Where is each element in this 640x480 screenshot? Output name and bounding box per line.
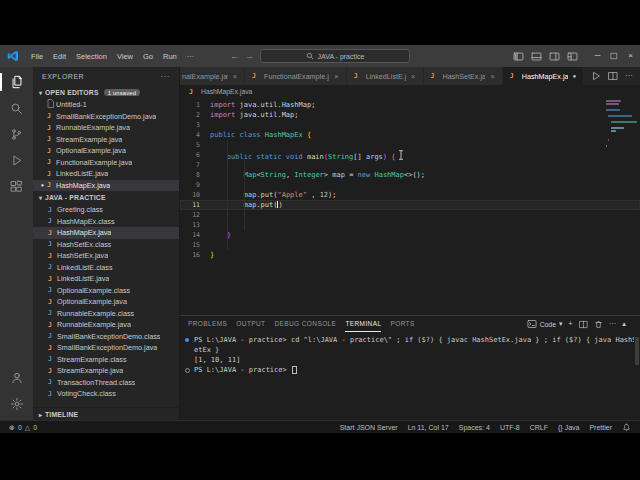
open-editor-item[interactable]: JOptionalExample.java <box>33 145 179 157</box>
close-icon[interactable]: × <box>490 72 494 81</box>
code-line[interactable]: 5 <box>180 140 640 150</box>
code-line[interactable]: 6 public static void main(String[] args)… <box>180 150 640 160</box>
open-editor-item[interactable]: ●JHashMapEx.java <box>33 180 179 192</box>
editor-tab[interactable]: JLinkedListE.jav× <box>347 67 424 85</box>
code-line[interactable]: 2import java.util.Map; <box>180 110 640 120</box>
new-terminal-icon[interactable]: + <box>568 320 572 328</box>
run-icon[interactable] <box>591 71 601 81</box>
file-tree-item[interactable]: JOptionalExample.java <box>33 296 179 308</box>
open-editor-item[interactable]: JSmallBankExceptionDemo.java <box>33 111 179 123</box>
status-item[interactable]: Spaces: 4 <box>459 424 490 431</box>
activity-settings[interactable] <box>0 391 33 417</box>
status-item[interactable]: CRLF <box>530 424 548 431</box>
close-icon[interactable]: × <box>334 72 338 81</box>
file-tree-item[interactable]: JOptionalExample.class <box>33 285 179 297</box>
file-tree-item[interactable]: JTransactionThread.class <box>33 377 179 389</box>
code-line[interactable]: 12 <box>180 210 640 220</box>
open-editor-item[interactable]: JFunctionalExample.java <box>33 157 179 169</box>
editor-tab[interactable]: JFunctionalExample.java× <box>245 67 347 85</box>
project-folder-header[interactable]: ▾ JAVA - PRACTICE <box>33 191 179 204</box>
forward-icon[interactable]: → <box>245 52 254 61</box>
code-line[interactable]: 15 <box>180 240 640 250</box>
close-icon[interactable]: × <box>628 52 633 60</box>
open-editor-item[interactable]: Untitled-1 <box>33 99 179 111</box>
bell-icon[interactable] <box>622 423 631 432</box>
maximize-icon[interactable] <box>610 52 618 60</box>
panel-tab-problems[interactable]: PROBLEMS <box>188 316 227 332</box>
status-item[interactable]: Prettier <box>589 424 612 431</box>
activity-search[interactable] <box>0 95 33 121</box>
code-line[interactable]: 3 <box>180 120 640 130</box>
code-line[interactable]: 7 <box>180 160 640 170</box>
close-icon[interactable]: × <box>411 72 415 81</box>
problems-status[interactable]: ⊗ 0 △ 0 <box>9 424 37 431</box>
file-tree-item[interactable]: JSmallBankExceptionDemo.java <box>33 342 179 354</box>
kill-terminal-icon[interactable] <box>594 320 603 329</box>
open-editor-item[interactable]: JRunnableExample.java <box>33 122 179 134</box>
activity-run-debug[interactable] <box>0 147 33 173</box>
toggle-secondary-sidebar-icon[interactable] <box>549 51 560 62</box>
menu-item[interactable]: Run <box>158 52 182 61</box>
minimap[interactable] <box>606 100 638 148</box>
panel-tab-terminal[interactable]: TERMINAL <box>345 316 381 332</box>
toggle-sidebar-icon[interactable] <box>513 51 524 62</box>
file-tree-item[interactable]: JRunnableExample.java <box>33 319 179 331</box>
toggle-panel-icon[interactable] <box>531 51 542 62</box>
file-tree-item[interactable]: JVotingCheck.class <box>33 388 179 400</box>
menu-item[interactable]: ··· <box>182 52 200 61</box>
back-icon[interactable]: ← <box>230 52 239 61</box>
customize-layout-icon[interactable] <box>567 51 578 62</box>
code-line[interactable]: 11 map.put() <box>180 200 640 210</box>
editor-tab[interactable]: JHashMapEx.java● <box>503 67 584 85</box>
file-tree-item[interactable]: JSmallBankExceptionDemo.class <box>33 331 179 343</box>
file-tree-item[interactable]: JHashMapEx.class <box>33 216 179 228</box>
editor-tab[interactable]: nalExample.java× <box>180 67 245 85</box>
menu-item[interactable]: Edit <box>48 52 71 61</box>
menu-item[interactable]: Go <box>138 52 158 61</box>
terminal-scrollbar[interactable] <box>635 337 639 365</box>
terminal-shell-selector[interactable]: Code▾ <box>527 319 563 329</box>
maximize-panel-icon[interactable]: ▴ <box>622 320 626 328</box>
code-line[interactable]: 16} <box>180 250 640 260</box>
menu-item[interactable]: Selection <box>71 52 112 61</box>
file-tree-item[interactable]: JGreeting.class <box>33 204 179 216</box>
open-editors-header[interactable]: ▾ OPEN EDITORS 1 unsaved <box>33 86 179 99</box>
panel-tab-ports[interactable]: PORTS <box>390 316 414 332</box>
editor-tab[interactable]: JHashSetEx.java× <box>424 67 503 85</box>
status-item[interactable]: {} Java <box>558 424 579 431</box>
file-tree-item[interactable]: JHashSetEx.class <box>33 239 179 251</box>
code-line[interactable]: 1import java.util.HashMap; <box>180 100 640 110</box>
code-line[interactable]: 4public class HashMapEx { <box>180 130 640 140</box>
code-line[interactable]: 13 <box>180 220 640 230</box>
split-terminal-icon[interactable] <box>579 320 588 329</box>
file-tree-item[interactable]: JStreamExample.class <box>33 354 179 366</box>
file-tree-item[interactable]: JLinkedListE.java <box>33 273 179 285</box>
more-icon[interactable]: ··· <box>609 320 617 328</box>
activity-extensions[interactable] <box>0 173 33 199</box>
more-icon[interactable]: ··· <box>625 72 633 80</box>
file-tree-item[interactable]: JRunnableExample.class <box>33 308 179 320</box>
code-line[interactable]: 8 Map<String, Integer> map = new HashMap… <box>180 170 640 180</box>
code-line[interactable]: 9 <box>180 180 640 190</box>
timeline-header[interactable]: ▸ TIMELINE <box>33 407 179 420</box>
split-editor-icon[interactable] <box>608 71 618 81</box>
file-tree-item[interactable]: JStreamExample.java <box>33 365 179 377</box>
file-tree-item[interactable]: JHashSetEx.java <box>33 250 179 262</box>
open-editor-item[interactable]: JLinkedListE.java <box>33 168 179 180</box>
menu-item[interactable]: File <box>26 52 48 61</box>
file-tree-item[interactable]: JHashMapEx.java <box>33 227 179 239</box>
file-tree-item[interactable]: JLinkedListE.class <box>33 262 179 274</box>
open-editor-item[interactable]: JStreamExample.java <box>33 134 179 146</box>
close-icon[interactable]: × <box>233 72 237 81</box>
code-line[interactable]: 14 } <box>180 230 640 240</box>
status-item[interactable]: Start JSON Server <box>340 424 398 431</box>
code-editor[interactable]: 1import java.util.HashMap;2import java.u… <box>180 98 640 315</box>
panel-tab-output[interactable]: OUTPUT <box>236 316 265 332</box>
activity-source-control[interactable] <box>0 121 33 147</box>
minimize-icon[interactable]: ─ <box>595 52 601 60</box>
code-line[interactable]: 10 map.put("Apple" , 12); <box>180 190 640 200</box>
menu-item[interactable]: View <box>112 52 138 61</box>
panel-tab-debug-console[interactable]: DEBUG CONSOLE <box>274 316 336 332</box>
status-item[interactable]: UTF-8 <box>500 424 520 431</box>
more-actions-icon[interactable]: ··· <box>161 72 171 81</box>
